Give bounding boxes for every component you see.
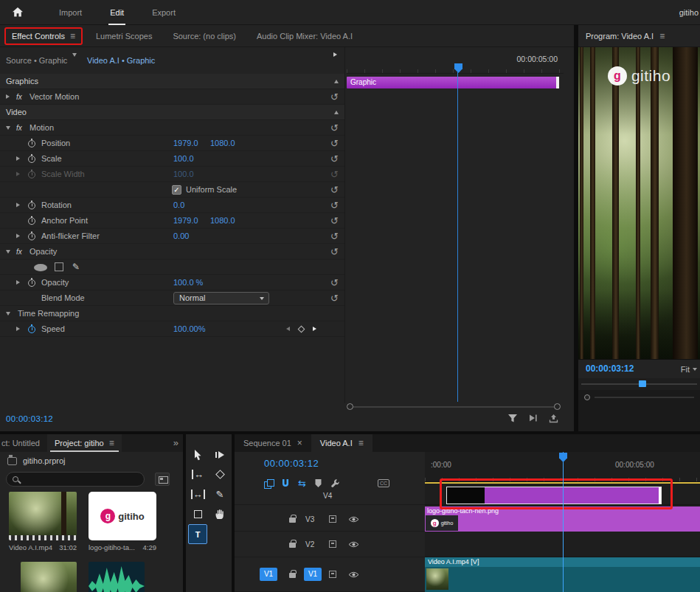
zoom-handle-right[interactable] (554, 403, 561, 410)
collapse-icon[interactable] (6, 312, 10, 316)
expand-icon[interactable] (16, 234, 20, 238)
rectangle-tool[interactable] (188, 504, 207, 524)
pen-mask-icon[interactable]: ✎ (72, 260, 80, 275)
tab-audio-clip-mixer[interactable]: Audio Clip Mixer: Video A.I (246, 32, 363, 41)
nav-edit[interactable]: Edit (110, 0, 124, 25)
slip-tool[interactable]: ↔ (188, 484, 207, 504)
param-value[interactable]: 100.0 (173, 151, 194, 167)
timeline-tracks-area[interactable]: :00:00 00:00:05:00 logo-gitiho-tach-nen.… (425, 452, 700, 592)
stopwatch-icon[interactable] (28, 279, 35, 287)
filter-properties-button[interactable] (507, 414, 518, 425)
prev-keyframe-icon[interactable] (286, 327, 290, 331)
stopwatch-icon[interactable] (28, 140, 35, 147)
tab-project-gitiho[interactable]: Project: gitiho ≡ (47, 434, 122, 452)
lock-icon[interactable] (289, 543, 296, 548)
type-tool[interactable]: T (188, 524, 207, 544)
expand-icon[interactable] (16, 327, 20, 331)
project-item-video[interactable]: Video A.I.mp4 31:02 (9, 492, 89, 551)
play-only-button[interactable] (528, 414, 538, 424)
sync-lock-icon[interactable] (329, 515, 336, 523)
logo-thumbnail[interactable]: g gitiho (89, 492, 156, 540)
ec-row-vector-motion[interactable]: fx Vector Motion ↺ (0, 89, 344, 105)
stopwatch-icon[interactable] (28, 202, 35, 209)
reset-icon[interactable]: ↺ (330, 229, 339, 244)
ec-mini-timeline[interactable]: Graphic (347, 74, 564, 337)
timeline-playhead-marker[interactable] (559, 453, 567, 462)
param-value[interactable]: 100.00% (173, 321, 205, 337)
reset-icon[interactable]: ↺ (330, 275, 339, 290)
ec-row-opacity-effect[interactable]: fx Opacity ↺ (0, 244, 344, 260)
expand-icon[interactable] (6, 94, 10, 99)
scrubber-playhead[interactable] (639, 380, 646, 387)
param-value-y[interactable]: 1080.0 (210, 213, 235, 229)
add-keyframe-icon[interactable] (298, 325, 305, 332)
lock-icon[interactable] (289, 518, 296, 523)
tab-effect-controls[interactable]: Effect Controls (12, 32, 65, 41)
fx-badge-icon[interactable]: fx (16, 244, 22, 260)
uniform-scale-checkbox[interactable]: ✓ (172, 185, 181, 195)
stopwatch-icon[interactable] (28, 233, 35, 240)
fx-badge-icon[interactable]: fx (16, 89, 22, 105)
program-scrubber[interactable] (578, 378, 700, 390)
eye-icon[interactable] (348, 515, 359, 524)
param-value[interactable]: 100.0 % (173, 275, 203, 290)
stopwatch-icon[interactable] (28, 156, 35, 163)
program-zoom-bar[interactable] (578, 391, 700, 403)
project-file-row[interactable]: gitiho.prproj (7, 452, 65, 470)
track-header-v4[interactable]: V4 (235, 486, 425, 505)
panel-menu-icon[interactable]: ≡ (109, 434, 114, 452)
search-input[interactable] (23, 475, 138, 484)
video-thumbnail[interactable] (9, 492, 77, 540)
item-name[interactable]: logo-gitiho-ta... (89, 543, 135, 551)
reset-icon[interactable]: ↺ (330, 198, 339, 213)
scrollbar-track[interactable] (350, 406, 558, 408)
fx-badge-icon[interactable]: fx (16, 120, 22, 136)
stopwatch-icon[interactable] (28, 326, 35, 333)
new-bin-button[interactable] (155, 473, 170, 486)
search-box[interactable] (6, 472, 145, 487)
ec-clip-tab[interactable]: Video A.I • Graphic (87, 47, 155, 74)
reset-icon[interactable]: ↺ (330, 136, 339, 151)
ec-playhead-marker[interactable] (454, 63, 462, 73)
more-tabs-icon[interactable]: » (173, 434, 179, 452)
tab-video-ai[interactable]: Video A.I ≡ (311, 434, 372, 452)
nav-import[interactable]: Import (59, 0, 82, 25)
expand-icon[interactable] (16, 280, 20, 285)
v4-graphic-clip[interactable] (446, 487, 662, 504)
panel-menu-icon[interactable]: ≡ (70, 31, 75, 41)
ec-zoom-scrollbar[interactable] (347, 403, 561, 411)
timeline-timecode[interactable]: 00:00:03:12 (264, 458, 319, 469)
ec-current-timecode[interactable]: 00:00:03:12 (6, 414, 53, 423)
reset-icon[interactable]: ↺ (330, 244, 339, 260)
track-target-v1[interactable]: V1 (304, 568, 322, 581)
param-value[interactable]: 0.00 (173, 229, 189, 244)
reset-icon[interactable]: ↺ (330, 182, 339, 198)
expand-icon[interactable] (16, 156, 20, 161)
ellipse-mask-icon[interactable] (34, 264, 47, 271)
track-select-forward-tool[interactable] (210, 445, 229, 464)
nav-export[interactable]: Export (152, 0, 176, 25)
item-name[interactable]: Video A.I.mp4 (9, 543, 52, 551)
home-button[interactable] (12, 7, 24, 19)
chevron-down-icon[interactable] (72, 53, 77, 57)
track-label[interactable]: V2 (305, 540, 314, 549)
zoom-handle-left[interactable] (347, 403, 353, 410)
zoom-level-dropdown[interactable]: Fit (681, 365, 697, 374)
tab-lumetri-scopes[interactable]: Lumetri Scopes (86, 32, 162, 41)
track-header-v3[interactable]: V3 (235, 506, 425, 532)
audio-thumbnail[interactable] (89, 562, 145, 592)
reset-icon[interactable]: ↺ (330, 89, 339, 105)
param-value-x[interactable]: 1979.0 (173, 213, 198, 229)
expand-icon[interactable] (16, 203, 20, 207)
export-frame-button[interactable] (549, 414, 558, 425)
reset-icon[interactable]: ↺ (330, 213, 339, 229)
zoom-track[interactable] (595, 397, 694, 398)
tab-sequence-01[interactable]: Sequence 01 × (235, 434, 311, 452)
collapse-icon[interactable] (334, 80, 339, 83)
tab-project-untitled[interactable]: ct: Untitled (0, 434, 47, 452)
close-icon[interactable]: × (297, 438, 302, 448)
rolling-edit-tool[interactable] (210, 464, 229, 484)
zoom-handle[interactable] (584, 394, 590, 400)
param-value-x[interactable]: 1979.0 (173, 136, 198, 151)
ec-playhead-line[interactable] (457, 72, 458, 402)
